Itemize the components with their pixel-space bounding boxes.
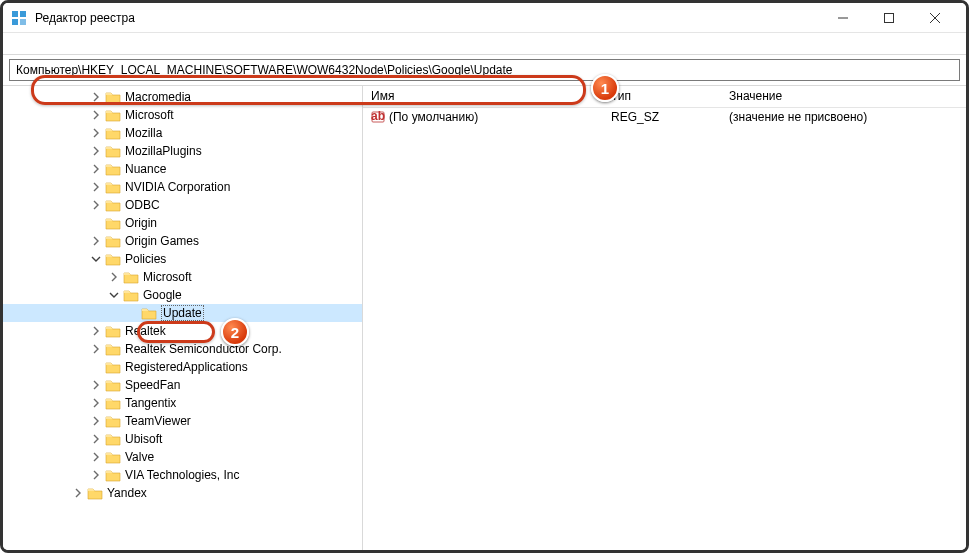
tree-label: Microsoft — [125, 108, 174, 122]
folder-icon — [105, 360, 121, 374]
tree-item[interactable]: Policies — [3, 250, 362, 268]
tree-item[interactable]: SpeedFan — [3, 376, 362, 394]
tree-label: Ubisoft — [125, 432, 162, 446]
list-row[interactable]: ab(По умолчанию)REG_SZ(значение не присв… — [363, 108, 966, 126]
tree-label: Mozilla — [125, 126, 162, 140]
folder-icon — [105, 216, 121, 230]
tree-item[interactable]: Ubisoft — [3, 430, 362, 448]
tree-item[interactable]: Realtek — [3, 322, 362, 340]
tree-item-yandex[interactable]: Yandex — [3, 484, 362, 502]
titlebar: Редактор реестра — [3, 3, 966, 33]
tree-label: Realtek Semiconductor Corp. — [125, 342, 282, 356]
folder-icon — [141, 306, 157, 320]
chevron-right-icon[interactable] — [89, 324, 103, 338]
values-pane: Имя Тип Значение ab(По умолчанию)REG_SZ(… — [363, 86, 966, 550]
chevron-right-icon[interactable] — [89, 234, 103, 248]
maximize-button[interactable] — [866, 3, 912, 33]
chevron-right-icon[interactable] — [89, 144, 103, 158]
chevron-right-icon[interactable] — [89, 414, 103, 428]
tree-label: TeamViewer — [125, 414, 191, 428]
tree-label: VIA Technologies, Inc — [125, 468, 240, 482]
tree-label: MozillaPlugins — [125, 144, 202, 158]
tree-label: Tangentix — [125, 396, 176, 410]
tree-item[interactable]: Nuance — [3, 160, 362, 178]
tree-item[interactable]: Macromedia — [3, 88, 362, 106]
folder-icon — [105, 324, 121, 338]
list-body[interactable]: ab(По умолчанию)REG_SZ(значение не присв… — [363, 108, 966, 550]
folder-icon — [105, 342, 121, 356]
chevron-right-icon[interactable] — [89, 396, 103, 410]
tree-label: Origin — [125, 216, 157, 230]
tree-item[interactable]: NVIDIA Corporation — [3, 178, 362, 196]
folder-icon — [105, 180, 121, 194]
chevron-right-icon[interactable] — [89, 378, 103, 392]
chevron-right-icon[interactable] — [89, 180, 103, 194]
tree-item[interactable]: TeamViewer — [3, 412, 362, 430]
column-value[interactable]: Значение — [721, 86, 966, 107]
close-button[interactable] — [912, 3, 958, 33]
tree-label: Nuance — [125, 162, 166, 176]
folder-icon — [105, 108, 121, 122]
column-type[interactable]: Тип — [603, 86, 721, 107]
tree-item[interactable]: MozillaPlugins — [3, 142, 362, 160]
tree-label: SpeedFan — [125, 378, 180, 392]
folder-icon — [105, 126, 121, 140]
chevron-right-icon[interactable] — [89, 432, 103, 446]
tree-item[interactable]: Origin — [3, 214, 362, 232]
chevron-right-icon[interactable] — [71, 486, 85, 500]
folder-icon — [123, 270, 139, 284]
tree-label: Realtek — [125, 324, 166, 338]
registry-editor-window: Редактор реестра MacromediaMicrosoftMozi… — [3, 3, 966, 550]
list-header: Имя Тип Значение — [363, 86, 966, 108]
tree-item[interactable]: VIA Technologies, Inc — [3, 466, 362, 484]
tree-item[interactable]: Microsoft — [3, 268, 362, 286]
folder-icon — [105, 90, 121, 104]
tree-label: Google — [143, 288, 182, 302]
tree-label: ODBC — [125, 198, 160, 212]
chevron-right-icon[interactable] — [89, 342, 103, 356]
folder-icon — [105, 414, 121, 428]
chevron-right-icon[interactable] — [89, 126, 103, 140]
chevron-right-icon[interactable] — [107, 270, 121, 284]
chevron-right-icon[interactable] — [89, 450, 103, 464]
chevron-down-icon[interactable] — [107, 288, 121, 302]
folder-icon — [105, 450, 121, 464]
minimize-button[interactable] — [820, 3, 866, 33]
folder-icon — [105, 252, 121, 266]
tree-item[interactable]: Google — [3, 286, 362, 304]
svg-rect-0 — [12, 11, 18, 17]
chevron-down-icon[interactable] — [89, 252, 103, 266]
chevron-right-icon[interactable] — [89, 468, 103, 482]
tree-item[interactable]: Microsoft — [3, 106, 362, 124]
chevron-right-icon[interactable] — [89, 108, 103, 122]
folder-icon — [105, 162, 121, 176]
menubar[interactable] — [3, 33, 966, 55]
content-area: MacromediaMicrosoftMozillaMozillaPlugins… — [3, 85, 966, 550]
chevron-right-icon[interactable] — [89, 162, 103, 176]
tree-item[interactable]: Realtek Semiconductor Corp. — [3, 340, 362, 358]
tree-item[interactable]: Origin Games — [3, 232, 362, 250]
tree-item[interactable]: Tangentix — [3, 394, 362, 412]
folder-icon — [105, 234, 121, 248]
folder-icon — [105, 144, 121, 158]
chevron-right-icon[interactable] — [89, 198, 103, 212]
chevron-right-icon[interactable] — [89, 90, 103, 104]
folder-icon — [123, 288, 139, 302]
tree-item[interactable]: RegisteredApplications — [3, 358, 362, 376]
tree-item[interactable]: Update — [3, 304, 362, 322]
tree-item[interactable]: Valve — [3, 448, 362, 466]
folder-icon — [105, 468, 121, 482]
tree-item[interactable]: Mozilla — [3, 124, 362, 142]
window-title: Редактор реестра — [35, 11, 820, 25]
tree-label: Policies — [125, 252, 166, 266]
folder-icon — [105, 378, 121, 392]
column-name[interactable]: Имя — [363, 86, 603, 107]
tree-label: Update — [161, 305, 204, 321]
tree-pane[interactable]: MacromediaMicrosoftMozillaMozillaPlugins… — [3, 86, 363, 550]
address-input[interactable] — [9, 59, 960, 81]
app-icon — [11, 10, 27, 26]
value-type: REG_SZ — [603, 109, 721, 125]
tree-label: Yandex — [107, 486, 147, 500]
tree-item[interactable]: ODBC — [3, 196, 362, 214]
value-name: (По умолчанию) — [389, 110, 478, 124]
